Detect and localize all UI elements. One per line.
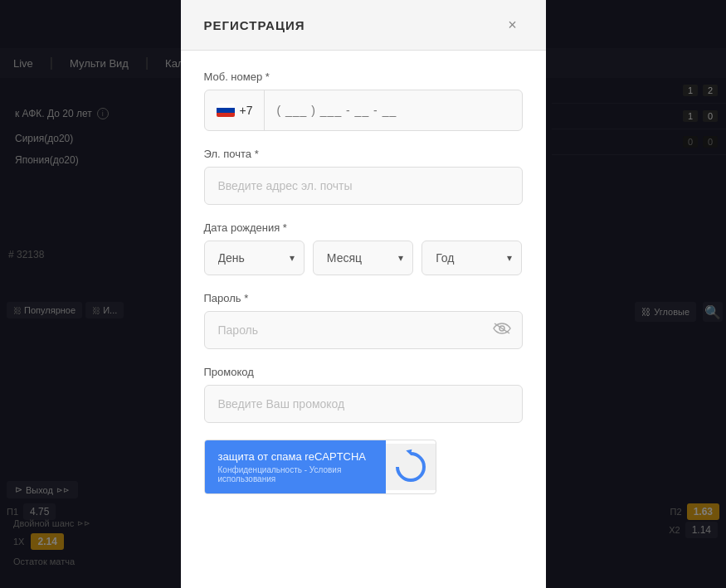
recaptcha-arrow-icon [389, 446, 431, 488]
modal-body: Моб. номер * +7 Эл. почта * Дата рождени… [181, 51, 546, 514]
recaptcha-main-text: защита от спама reCAPTCHA [218, 450, 373, 463]
month-select-wrapper: Месяц ▾ [313, 241, 413, 275]
email-input[interactable] [204, 167, 523, 205]
toggle-password-icon[interactable] [493, 322, 511, 339]
day-select[interactable]: День [204, 241, 305, 275]
birthdate-label: Дата рождения * [204, 221, 523, 234]
year-select[interactable]: Год [421, 241, 522, 275]
birthdate-field-group: Дата рождения * День ▾ Месяц ▾ Год [204, 221, 523, 275]
promo-field-group: Промокод [204, 366, 523, 423]
registration-modal: РЕГИСТРАЦИЯ × Моб. номер * +7 Эл. почта … [181, 0, 546, 588]
email-label: Эл. почта * [204, 148, 523, 160]
recaptcha-left-panel: защита от спама reCAPTCHA Конфиденциальн… [205, 440, 386, 493]
promo-label: Промокод [204, 366, 523, 378]
year-select-wrapper: Год ▾ [421, 241, 522, 275]
phone-code: +7 [240, 104, 253, 117]
recaptcha-widget[interactable]: защита от спама reCAPTCHA Конфиденциальн… [204, 440, 436, 494]
day-select-wrapper: День ▾ [204, 241, 305, 275]
modal-header: РЕГИСТРАЦИЯ × [181, 0, 546, 51]
password-label: Пароль * [204, 292, 523, 304]
phone-number-input[interactable] [265, 104, 521, 117]
password-field-group: Пароль * [204, 292, 523, 349]
date-fields-row: День ▾ Месяц ▾ Год ▾ [204, 241, 523, 275]
flag-russia-icon [217, 104, 235, 117]
email-field-group: Эл. почта * [204, 148, 523, 205]
month-select[interactable]: Месяц [313, 241, 413, 275]
phone-label: Моб. номер * [204, 70, 523, 83]
recaptcha-sub-text: Конфиденциальность - Условия использован… [218, 465, 373, 484]
close-button[interactable]: × [503, 15, 523, 35]
password-input[interactable] [204, 311, 523, 349]
promo-input[interactable] [204, 385, 523, 423]
recaptcha-logo-panel [386, 444, 436, 490]
phone-input-wrapper: +7 [204, 90, 523, 131]
phone-prefix-selector[interactable]: +7 [205, 90, 266, 130]
password-input-wrapper [204, 311, 523, 349]
phone-field-group: Моб. номер * +7 [204, 70, 523, 131]
modal-title: РЕГИСТРАЦИЯ [204, 18, 305, 32]
